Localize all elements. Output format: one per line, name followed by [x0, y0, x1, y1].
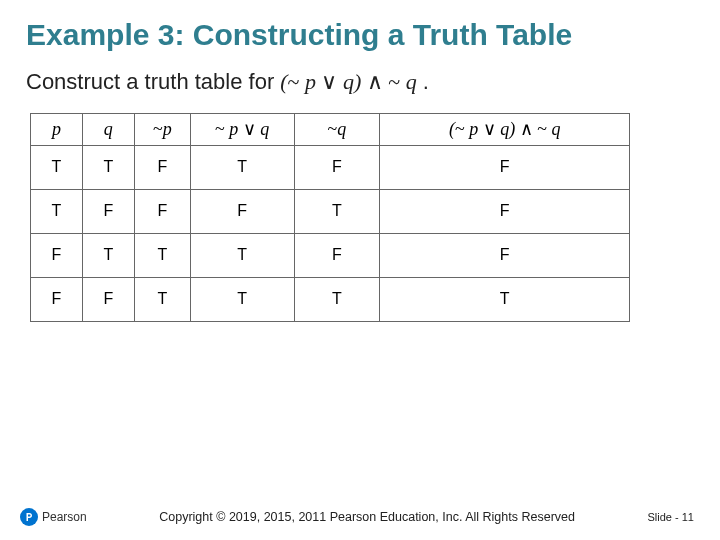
truth-table: p q ~p ~ p ∨ q ~q (~ p ∨ q) ∧ ~ q T T F …	[30, 113, 630, 322]
pearson-icon	[20, 508, 38, 526]
cell: F	[31, 233, 83, 277]
cell: F	[294, 233, 380, 277]
slide-number: Slide - 11	[648, 511, 695, 523]
prompt-expression: (~ p ∨ q) ∧ ~ q	[280, 69, 416, 95]
table-header-row: p q ~p ~ p ∨ q ~q (~ p ∨ q) ∧ ~ q	[31, 113, 630, 145]
page-title: Example 3: Constructing a Truth Table	[26, 18, 694, 53]
cell: F	[380, 189, 630, 233]
cell: F	[134, 189, 190, 233]
cell: F	[294, 145, 380, 189]
cell: F	[380, 145, 630, 189]
cell: T	[31, 145, 83, 189]
prompt-period: .	[423, 69, 429, 95]
cell: T	[82, 145, 134, 189]
cell: T	[190, 277, 294, 321]
table-row: T T F T F F	[31, 145, 630, 189]
cell: F	[82, 277, 134, 321]
cell: T	[380, 277, 630, 321]
cell: T	[294, 189, 380, 233]
cell: T	[31, 189, 83, 233]
brand-logo: Pearson	[20, 508, 87, 526]
cell: T	[190, 233, 294, 277]
cell: T	[294, 277, 380, 321]
slide-number-value: 11	[682, 511, 694, 523]
brand-name: Pearson	[42, 510, 87, 524]
col-header-not-p: ~p	[134, 113, 190, 145]
cell: F	[190, 189, 294, 233]
slide-label: Slide -	[648, 511, 679, 523]
cell: F	[82, 189, 134, 233]
col-header-not-q: ~q	[294, 113, 380, 145]
prompt: Construct a truth table for (~ p ∨ q) ∧ …	[26, 69, 694, 95]
table-row: F F T T T T	[31, 277, 630, 321]
footer: Pearson Copyright © 2019, 2015, 2011 Pea…	[0, 508, 720, 526]
copyright-text: Copyright © 2019, 2015, 2011 Pearson Edu…	[87, 510, 648, 524]
cell: F	[380, 233, 630, 277]
cell: F	[31, 277, 83, 321]
cell: T	[82, 233, 134, 277]
table-row: T F F F T F	[31, 189, 630, 233]
prompt-lead: Construct a truth table for	[26, 69, 274, 95]
col-header-q: q	[82, 113, 134, 145]
cell: T	[134, 233, 190, 277]
col-header-final: (~ p ∨ q) ∧ ~ q	[380, 113, 630, 145]
cell: F	[134, 145, 190, 189]
table-row: F T T T F F	[31, 233, 630, 277]
col-header-p: p	[31, 113, 83, 145]
cell: T	[134, 277, 190, 321]
slide: Example 3: Constructing a Truth Table Co…	[0, 0, 720, 540]
table-body: T T F T F F T F F F T F F T T T F F	[31, 145, 630, 321]
cell: T	[190, 145, 294, 189]
col-header-notp-or-q: ~ p ∨ q	[190, 113, 294, 145]
